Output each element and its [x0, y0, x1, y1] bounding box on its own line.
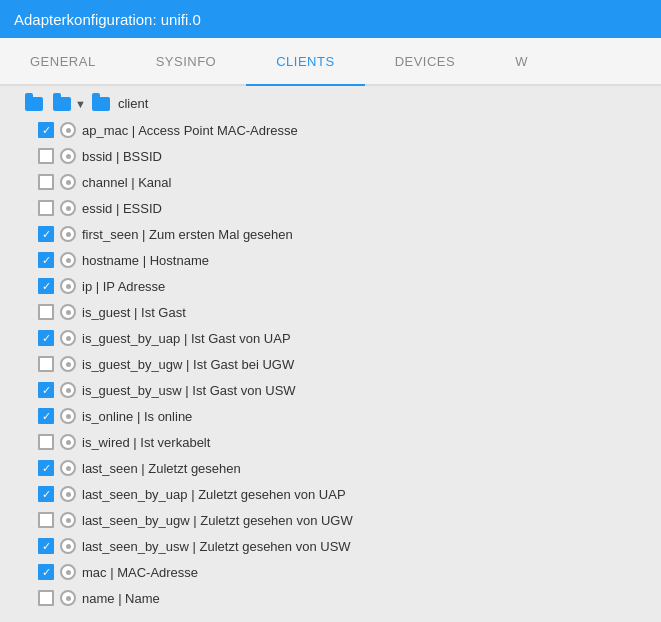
circle-btn-is_guest_by_usw[interactable] — [60, 382, 76, 398]
item-label-first_seen: first_seen | Zum ersten Mal gesehen — [82, 227, 293, 242]
title-text: Adapterkonfiguration: unifi.0 — [14, 11, 201, 28]
list-item: name | Name — [38, 585, 651, 611]
checkbox-essid[interactable] — [38, 200, 54, 216]
checkbox-ap_mac[interactable] — [38, 122, 54, 138]
circle-btn-last_seen_by_uap[interactable] — [60, 486, 76, 502]
item-label-bssid: bssid | BSSID — [82, 149, 162, 164]
circle-btn-last_seen_by_usw[interactable] — [60, 538, 76, 554]
tab-general[interactable]: GENERAL — [0, 38, 126, 84]
items-list: ap_mac | Access Point MAC-Adressebssid |… — [38, 117, 651, 611]
list-item: last_seen_by_uap | Zuletzt gesehen von U… — [38, 481, 651, 507]
checkbox-is_wired[interactable] — [38, 434, 54, 450]
item-label-last_seen_by_usw: last_seen_by_usw | Zuletzt gesehen von U… — [82, 539, 351, 554]
list-item: essid | ESSID — [38, 195, 651, 221]
list-item: is_online | Is online — [38, 403, 651, 429]
arrow-expand[interactable]: ▼ — [75, 98, 86, 110]
tab-bar: GENERALSYSINFOCLIENTSDEVICESW — [0, 38, 661, 86]
tree-root: ▼ client — [10, 94, 651, 113]
circle-btn-is_guest_by_ugw[interactable] — [60, 356, 76, 372]
list-item: channel | Kanal — [38, 169, 651, 195]
list-item: is_guest_by_usw | Ist Gast von USW — [38, 377, 651, 403]
checkbox-last_seen_by_ugw[interactable] — [38, 512, 54, 528]
checkbox-is_online[interactable] — [38, 408, 54, 424]
circle-btn-first_seen[interactable] — [60, 226, 76, 242]
list-item: first_seen | Zum ersten Mal gesehen — [38, 221, 651, 247]
item-label-is_guest_by_uap: is_guest_by_uap | Ist Gast von UAP — [82, 331, 291, 346]
list-item: is_guest_by_uap | Ist Gast von UAP — [38, 325, 651, 351]
item-label-last_seen: last_seen | Zuletzt gesehen — [82, 461, 241, 476]
circle-btn-ap_mac[interactable] — [60, 122, 76, 138]
checkbox-is_guest[interactable] — [38, 304, 54, 320]
item-label-is_guest: is_guest | Ist Gast — [82, 305, 186, 320]
list-item: last_seen_by_usw | Zuletzt gesehen von U… — [38, 533, 651, 559]
circle-btn-is_guest_by_uap[interactable] — [60, 330, 76, 346]
client-folder-icon — [92, 97, 110, 111]
checkbox-channel[interactable] — [38, 174, 54, 190]
checkbox-is_guest_by_uap[interactable] — [38, 330, 54, 346]
circle-btn-bssid[interactable] — [60, 148, 76, 164]
folder-icon-2 — [53, 97, 71, 111]
circle-btn-last_seen_by_ugw[interactable] — [60, 512, 76, 528]
list-item: ap_mac | Access Point MAC-Adresse — [38, 117, 651, 143]
circle-btn-mac[interactable] — [60, 564, 76, 580]
checkbox-is_guest_by_usw[interactable] — [38, 382, 54, 398]
title-bar: Adapterkonfiguration: unifi.0 — [0, 0, 661, 38]
tab-devices[interactable]: DEVICES — [365, 38, 486, 84]
list-item: last_seen_by_ugw | Zuletzt gesehen von U… — [38, 507, 651, 533]
circle-btn-ip[interactable] — [60, 278, 76, 294]
list-item: mac | MAC-Adresse — [38, 559, 651, 585]
folder-icon — [25, 97, 43, 111]
item-label-is_guest_by_usw: is_guest_by_usw | Ist Gast von USW — [82, 383, 296, 398]
circle-btn-is_wired[interactable] — [60, 434, 76, 450]
circle-btn-hostname[interactable] — [60, 252, 76, 268]
checkbox-last_seen_by_usw[interactable] — [38, 538, 54, 554]
checkbox-bssid[interactable] — [38, 148, 54, 164]
tab-sysinfo[interactable]: SYSINFO — [126, 38, 247, 84]
item-label-name: name | Name — [82, 591, 160, 606]
item-label-ip: ip | IP Adresse — [82, 279, 165, 294]
list-item: hostname | Hostname — [38, 247, 651, 273]
list-item: is_guest | Ist Gast — [38, 299, 651, 325]
item-label-last_seen_by_ugw: last_seen_by_ugw | Zuletzt gesehen von U… — [82, 513, 353, 528]
tab-w[interactable]: W — [485, 38, 558, 84]
checkbox-ip[interactable] — [38, 278, 54, 294]
checkbox-last_seen_by_uap[interactable] — [38, 486, 54, 502]
item-label-mac: mac | MAC-Adresse — [82, 565, 198, 580]
checkbox-mac[interactable] — [38, 564, 54, 580]
item-label-hostname: hostname | Hostname — [82, 253, 209, 268]
circle-btn-last_seen[interactable] — [60, 460, 76, 476]
checkbox-name[interactable] — [38, 590, 54, 606]
circle-btn-is_online[interactable] — [60, 408, 76, 424]
checkbox-last_seen[interactable] — [38, 460, 54, 476]
root-node-label: client — [118, 96, 148, 111]
list-item: bssid | BSSID — [38, 143, 651, 169]
circle-btn-channel[interactable] — [60, 174, 76, 190]
item-label-ap_mac: ap_mac | Access Point MAC-Adresse — [82, 123, 298, 138]
checkbox-is_guest_by_ugw[interactable] — [38, 356, 54, 372]
checkbox-first_seen[interactable] — [38, 226, 54, 242]
item-label-is_online: is_online | Is online — [82, 409, 192, 424]
tab-clients[interactable]: CLIENTS — [246, 38, 364, 84]
checkbox-hostname[interactable] — [38, 252, 54, 268]
item-label-channel: channel | Kanal — [82, 175, 171, 190]
circle-btn-essid[interactable] — [60, 200, 76, 216]
list-item: is_guest_by_ugw | Ist Gast bei UGW — [38, 351, 651, 377]
list-item: is_wired | Ist verkabelt — [38, 429, 651, 455]
item-label-last_seen_by_uap: last_seen_by_uap | Zuletzt gesehen von U… — [82, 487, 346, 502]
item-label-is_guest_by_ugw: is_guest_by_ugw | Ist Gast bei UGW — [82, 357, 294, 372]
circle-btn-name[interactable] — [60, 590, 76, 606]
list-item: ip | IP Adresse — [38, 273, 651, 299]
list-item: last_seen | Zuletzt gesehen — [38, 455, 651, 481]
content-area: ▼ client ap_mac | Access Point MAC-Adres… — [0, 86, 661, 622]
circle-btn-is_guest[interactable] — [60, 304, 76, 320]
item-label-is_wired: is_wired | Ist verkabelt — [82, 435, 210, 450]
item-label-essid: essid | ESSID — [82, 201, 162, 216]
